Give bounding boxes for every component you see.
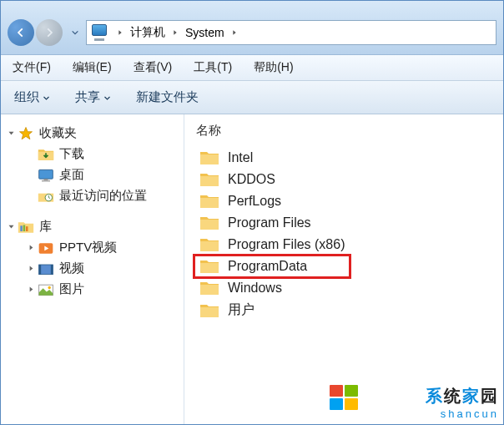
arrow-left-icon (15, 27, 27, 38)
arrow-right-icon (43, 27, 55, 38)
folder-icon (199, 215, 219, 231)
library-icon (18, 220, 34, 235)
folder-icon (199, 193, 219, 210)
sidebar-item-favorites[interactable]: 收藏夹 (4, 123, 180, 144)
sidebar-item-label: 最近访问的位置 (59, 188, 147, 204)
folder-name: ProgramData (228, 259, 307, 274)
folder-icon (199, 280, 219, 296)
menu-bar: 文件(F) 编辑(E) 查看(V) 工具(T) 帮助(H) (1, 55, 503, 81)
folder-item[interactable]: Windows (196, 277, 503, 299)
sidebar-item-label: PPTV视频 (59, 240, 117, 256)
sidebar-item-pictures[interactable]: 图片 (24, 279, 180, 300)
folder-name: PerfLogs (228, 194, 281, 209)
breadcrumb-separator[interactable] (113, 29, 127, 36)
folder-icon (199, 149, 219, 166)
nav-history-dropdown[interactable] (69, 23, 81, 43)
new-folder-label: 新建文件夹 (136, 89, 199, 105)
windows-logo-icon (330, 385, 358, 410)
file-list-pane: 名称 IntelKDDOSPerfLogsProgram FilesProgra… (184, 114, 503, 424)
sidebar-item-downloads[interactable]: 下载 (24, 144, 180, 164)
file-list: IntelKDDOSPerfLogsProgram FilesProgram F… (196, 147, 503, 321)
folder-item[interactable]: Program Files (x86) (196, 234, 503, 256)
explorer-window: 计算机 System 文件(F) 编辑(E) 查看(V) 工具(T) 帮助(H)… (0, 0, 504, 425)
sidebar-item-desktop[interactable]: 桌面 (24, 164, 180, 185)
sidebar-item-label: 收藏夹 (39, 125, 77, 141)
menu-view[interactable]: 查看(V) (129, 58, 178, 77)
folder-icon (199, 236, 219, 253)
expand-icon[interactable] (24, 244, 38, 251)
menu-tools[interactable]: 工具(T) (189, 58, 237, 77)
sidebar-item-recent[interactable]: 最近访问的位置 (24, 185, 180, 206)
sidebar-item-pptv[interactable]: PPTV视频 (24, 237, 180, 258)
sidebar-item-videos[interactable]: 视频 (24, 258, 180, 279)
pptv-icon (38, 240, 54, 256)
watermark: 系统家园 shancun (426, 385, 499, 420)
collapse-icon[interactable] (4, 129, 18, 137)
chevron-right-icon (231, 29, 238, 36)
share-label: 共享 (75, 89, 100, 105)
chevron-right-icon (117, 29, 123, 36)
chevron-down-icon (43, 90, 50, 104)
sidebar-item-label: 库 (39, 219, 52, 235)
folder-name: Program Files (228, 215, 311, 230)
sidebar-item-label: 桌面 (59, 167, 84, 183)
folder-name: 用户 (228, 301, 255, 319)
image-icon (38, 282, 54, 297)
folder-icon (199, 171, 219, 188)
sidebar-item-libraries[interactable]: 库 (4, 216, 180, 237)
chevron-down-icon (71, 28, 79, 37)
folder-name: Intel (228, 150, 253, 165)
menu-file[interactable]: 文件(F) (8, 58, 56, 77)
desktop-icon (38, 168, 54, 183)
folder-name: KDDOS (228, 172, 275, 187)
folder-icon (199, 258, 219, 275)
titlebar-area: 计算机 System (1, 1, 503, 55)
expand-icon[interactable] (24, 286, 38, 293)
content-area: 收藏夹 下载 桌面 最近访 (1, 114, 503, 424)
breadcrumb-separator[interactable] (169, 29, 182, 36)
expand-icon[interactable] (24, 265, 38, 272)
collapse-icon[interactable] (4, 223, 18, 230)
breadcrumb-computer[interactable]: 计算机 (127, 25, 169, 40)
folder-item[interactable]: PerfLogs (196, 190, 503, 212)
sidebar-item-label: 视频 (59, 261, 84, 276)
computer-icon (92, 24, 108, 41)
breadcrumb-separator[interactable] (228, 29, 241, 36)
folder-name: Program Files (x86) (228, 237, 345, 252)
column-header-name[interactable]: 名称 (196, 123, 503, 147)
video-icon (38, 261, 54, 276)
folder-item[interactable]: Intel (196, 147, 503, 169)
nav-row: 计算机 System (1, 16, 503, 54)
menu-help[interactable]: 帮助(H) (249, 58, 298, 77)
share-button[interactable]: 共享 (70, 88, 116, 107)
new-folder-button[interactable]: 新建文件夹 (131, 88, 204, 107)
folder-item[interactable]: ProgramData (196, 256, 503, 277)
star-icon (18, 126, 34, 141)
folder-item[interactable]: KDDOS (196, 169, 503, 190)
download-folder-icon (38, 147, 54, 162)
forward-button[interactable] (36, 19, 63, 46)
recent-icon (38, 189, 54, 204)
menu-edit[interactable]: 编辑(E) (68, 58, 117, 77)
folder-name: Windows (228, 281, 282, 296)
organize-button[interactable]: 组织 (9, 88, 55, 107)
chevron-right-icon (172, 29, 179, 36)
toolbar: 组织 共享 新建文件夹 (1, 81, 503, 114)
organize-label: 组织 (14, 89, 39, 105)
navigation-pane: 收藏夹 下载 桌面 最近访 (1, 114, 184, 424)
folder-item[interactable]: Program Files (196, 212, 503, 234)
breadcrumb-system[interactable]: System (182, 26, 228, 39)
folder-item[interactable]: 用户 (196, 299, 503, 321)
chevron-down-icon (103, 90, 111, 104)
sidebar-item-label: 下载 (59, 146, 84, 162)
address-bar[interactable]: 计算机 System (86, 20, 496, 45)
back-button[interactable] (8, 19, 34, 46)
folder-icon (199, 302, 219, 319)
nav-buttons (8, 19, 63, 46)
sidebar-item-label: 图片 (59, 281, 84, 297)
